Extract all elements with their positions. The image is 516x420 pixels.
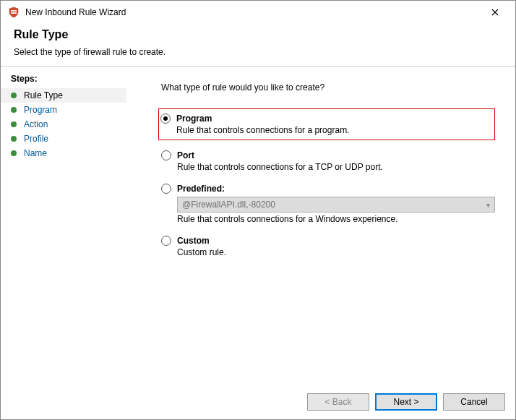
step-program[interactable]: Program — [1, 103, 126, 117]
wizard-body: Steps: Rule Type Program Action Profile … — [1, 67, 515, 385]
steps-sidebar: Steps: Rule Type Program Action Profile … — [1, 67, 126, 385]
window-title: New Inbound Rule Wizard — [25, 7, 482, 17]
option-program-desc: Rule that controls connections for a pro… — [176, 125, 490, 135]
option-port-label: Port — [177, 150, 194, 160]
option-predefined[interactable]: Predefined: @FirewallAPI.dll,-80200 ▾ Ru… — [161, 184, 495, 224]
next-button[interactable]: Next > — [375, 393, 437, 411]
option-custom[interactable]: Custom Custom rule. — [161, 236, 495, 257]
page-heading: Rule Type — [14, 28, 502, 41]
wizard-header: Rule Type Select the type of firewall ru… — [1, 24, 515, 64]
predefined-select: @FirewallAPI.dll,-80200 ▾ — [177, 197, 495, 213]
option-predefined-label: Predefined: — [177, 184, 225, 194]
option-custom-label: Custom — [177, 236, 210, 246]
step-bullet-icon — [11, 107, 17, 113]
page-subtitle: Select the type of firewall rule to crea… — [14, 47, 502, 57]
option-port[interactable]: Port Rule that controls connections for … — [161, 150, 495, 172]
titlebar: New Inbound Rule Wizard — [1, 1, 515, 24]
step-label: Name — [24, 148, 47, 158]
option-program[interactable]: Program Rule that controls connections f… — [158, 108, 495, 140]
step-bullet-icon — [11, 150, 17, 156]
radio-port[interactable] — [161, 150, 171, 160]
radio-predefined[interactable] — [161, 184, 171, 194]
step-label: Profile — [24, 134, 48, 144]
step-profile[interactable]: Profile — [1, 132, 126, 146]
firewall-shield-icon — [8, 7, 20, 18]
step-name[interactable]: Name — [1, 146, 126, 160]
wizard-main: What type of rule would you like to crea… — [126, 67, 515, 385]
option-predefined-desc: Rule that controls connections for a Win… — [177, 214, 495, 224]
step-bullet-icon — [11, 93, 17, 98]
svg-rect-1 — [11, 12, 17, 14]
wizard-footer: < Back Next > Cancel — [1, 385, 515, 419]
step-action[interactable]: Action — [1, 117, 126, 132]
option-custom-desc: Custom rule. — [177, 247, 495, 257]
back-button: < Back — [307, 393, 369, 411]
option-program-label: Program — [176, 113, 212, 124]
close-button[interactable] — [482, 2, 508, 22]
steps-heading: Steps: — [1, 72, 126, 88]
step-bullet-icon — [11, 136, 17, 142]
chevron-down-icon: ▾ — [486, 201, 490, 209]
radio-custom[interactable] — [161, 236, 171, 246]
question-text: What type of rule would you like to crea… — [161, 82, 495, 93]
option-port-desc: Rule that controls connections for a TCP… — [177, 162, 495, 172]
cancel-button[interactable]: Cancel — [443, 393, 505, 411]
predefined-select-value: @FirewallAPI.dll,-80200 — [182, 200, 275, 210]
wizard-window: New Inbound Rule Wizard Rule Type Select… — [0, 0, 516, 420]
radio-program[interactable] — [160, 113, 171, 124]
step-rule-type[interactable]: Rule Type — [1, 88, 126, 103]
step-label: Program — [24, 105, 57, 115]
step-label: Rule Type — [24, 90, 63, 100]
svg-rect-0 — [11, 10, 17, 12]
step-bullet-icon — [11, 121, 17, 127]
step-label: Action — [24, 119, 48, 129]
